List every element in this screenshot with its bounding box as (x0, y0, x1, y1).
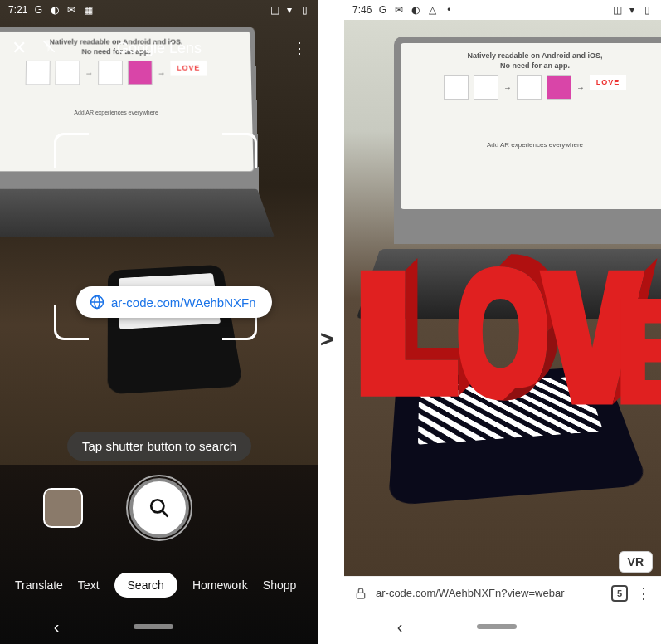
ar-browser-screen: 7:46 G ✉ ◐ △ • ◫ ▾ ▯ Natively readable o… (344, 0, 661, 644)
qr-tile (517, 75, 542, 100)
tab-translate[interactable]: Translate (15, 578, 63, 592)
battery-icon: ▯ (641, 4, 653, 16)
svg-line-5 (162, 510, 168, 516)
dot-icon: • (443, 4, 454, 16)
tab-text[interactable]: Text (78, 578, 100, 592)
app-icon: G (32, 4, 44, 16)
vibrate-icon: ◫ (611, 4, 623, 16)
laptop-keyboard (357, 249, 661, 319)
home-pill[interactable] (477, 624, 517, 629)
android-nav-bar: ‹ (0, 609, 318, 644)
love-tile: LOVE (590, 75, 626, 90)
status-bar: 7:21 G ◐ ✉ ▦ ◫ ▾ ▯ (0, 0, 318, 20)
laptop-heading-1: Natively readable on Android and iOS, (409, 51, 661, 60)
phone-in-scene (388, 366, 649, 506)
qr-tile (444, 75, 469, 100)
android-nav-bar: ‹ (344, 609, 661, 644)
vibrate-icon: ◫ (269, 4, 280, 16)
mail-icon: ✉ (393, 4, 405, 16)
calendar-icon: ▦ (82, 4, 94, 16)
app-icon: ◐ (49, 4, 61, 16)
shutter-button[interactable] (129, 478, 189, 538)
address-url[interactable]: ar-code.com/WAehbNXFn?view=webar (376, 587, 603, 599)
qr-tile (474, 75, 498, 100)
flash-off-icon[interactable] (41, 39, 56, 58)
wifi-icon: ▾ (284, 4, 295, 16)
gallery-thumbnail[interactable] (43, 488, 83, 528)
lock-icon[interactable] (354, 587, 367, 600)
scan-result-chip[interactable]: ar-code.com/WAehbNXFn (76, 286, 272, 318)
status-bar: 7:46 G ✉ ◐ △ • ◫ ▾ ▯ (344, 0, 661, 20)
status-time: 7:21 (8, 4, 27, 16)
svg-point-4 (151, 500, 163, 512)
tab-count-button[interactable]: 5 (611, 585, 628, 602)
battery-icon: ▯ (299, 4, 310, 16)
tab-homework[interactable]: Homework (192, 578, 248, 592)
qr-tile (547, 75, 571, 100)
google-lens-screen: Natively readable on Android and iOS, No… (0, 0, 318, 644)
vr-badge[interactable]: VR (619, 551, 653, 573)
tab-shopping[interactable]: Shopp (263, 578, 296, 592)
laptop-in-scene: Natively readable on Android and iOS, No… (394, 37, 661, 244)
tab-search[interactable]: Search (114, 573, 177, 598)
laptop-footer: Add AR experiences everywhere (409, 141, 661, 149)
laptop-footer: Add AR experiences everywhere (0, 110, 245, 115)
scan-result-url: ar-code.com/WAehbNXFn (111, 295, 256, 310)
qr-on-phone (418, 376, 603, 445)
app-icon: G (377, 4, 388, 16)
transition-arrow: > (318, 328, 335, 351)
app-icon: ◐ (410, 4, 421, 16)
drive-icon: △ (426, 4, 438, 16)
globe-icon (90, 295, 104, 310)
lens-mode-tabs: Translate Text Search Homework Shopp (0, 573, 318, 598)
search-icon (148, 497, 170, 519)
back-icon[interactable]: ‹ (54, 617, 60, 637)
home-pill[interactable] (134, 624, 173, 629)
more-icon[interactable]: ⋮ (636, 584, 651, 603)
mail-icon: ✉ (66, 4, 77, 16)
browser-address-bar: ar-code.com/WAehbNXFn?view=webar 5 ⋮ (344, 576, 661, 609)
back-icon[interactable]: ‹ (397, 617, 403, 637)
more-icon[interactable]: ⋮ (292, 39, 307, 57)
wifi-icon: ▾ (626, 4, 638, 16)
lens-header: ✕ Google Lens ⋮ (0, 32, 318, 65)
svg-rect-14 (357, 593, 364, 598)
close-icon[interactable]: ✕ (12, 37, 27, 59)
ar-camera-viewport[interactable]: Natively readable on Android and iOS, No… (344, 20, 661, 578)
shutter-hint: Tap shutter button to search (67, 432, 251, 461)
status-time: 7:46 (352, 4, 372, 16)
laptop-heading-2: No need for an app. (409, 61, 661, 70)
